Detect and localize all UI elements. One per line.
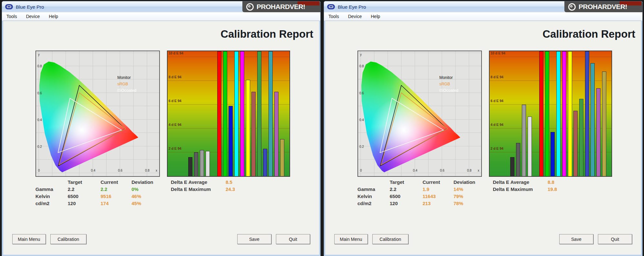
- quit-button[interactable]: Quit: [276, 234, 310, 244]
- delta-e-bar-gray-2: [516, 143, 520, 176]
- delta-e-summary: Delta E Average 8.8 Delta E Maximum 19.8: [493, 179, 570, 193]
- window-left: Blue Eye Pro PROHARDVER! Tools Device He…: [2, 1, 321, 256]
- delta-e-bar-cyan: [556, 51, 561, 176]
- menu-tools[interactable]: Tools: [324, 12, 344, 21]
- table-header-spacer: [357, 179, 390, 186]
- window-title: Blue Eye Pro: [16, 4, 44, 10]
- row-label: cd/m2: [357, 200, 390, 207]
- watermark-text: PROHARDVER!: [579, 3, 627, 11]
- col-header-target: Target: [68, 179, 101, 186]
- delta-e-bar-light-gray: [528, 117, 532, 176]
- current-value: 1.9: [423, 186, 454, 193]
- delta-e-bar-dark-yellow: [602, 71, 606, 176]
- cie-chromaticity-diagram: Monitor sRGB ISOcoated y 0.8 0.6 0.4 0.2…: [357, 51, 482, 177]
- current-value: 11643: [423, 193, 454, 200]
- current-value: 174: [101, 200, 132, 207]
- col-header-target: Target: [390, 179, 423, 186]
- measurement-table: Target Current Deviation Gamma 2.2 1.9 1…: [357, 179, 490, 207]
- save-button[interactable]: Save: [237, 234, 271, 244]
- delta-e-bar-dark-cyan: [590, 63, 595, 176]
- delta-e-bar-dark-green: [257, 51, 261, 176]
- quit-button[interactable]: Quit: [598, 234, 632, 244]
- delta-e-bar-dark-gray: [188, 157, 192, 176]
- delta-e-bar-dark-gray: [510, 157, 514, 176]
- measurement-table: Target Current Deviation Gamma 2.2 2.2 0…: [35, 179, 168, 207]
- target-value: 6500: [390, 193, 423, 200]
- menu-device[interactable]: Device: [344, 12, 366, 21]
- y-tick: 0.4: [359, 118, 364, 122]
- deviation-value: 14%: [454, 186, 490, 193]
- delta-e-bar-cyan: [234, 51, 239, 176]
- y-axis-label: y: [360, 53, 362, 56]
- deviation-value: 0%: [132, 186, 168, 193]
- legend-monitor: Monitor: [439, 75, 453, 80]
- col-header-current: Current: [101, 179, 132, 186]
- delta-e-bar-yellow: [568, 51, 572, 176]
- x-tick: 0.8: [467, 169, 472, 172]
- watermark-text: PROHARDVER!: [257, 3, 305, 11]
- menu-help[interactable]: Help: [44, 12, 63, 21]
- delta-e-bar-dark-magenta: [274, 92, 278, 176]
- chart-ytick-label: 8 d E 94: [491, 75, 503, 79]
- client-area: Calibration Report: [3, 21, 319, 255]
- chart-ytick-label: 10 d E 94: [169, 51, 183, 55]
- delta-e-bar-light-gray: [206, 151, 210, 176]
- calibration-button[interactable]: Calibration: [50, 234, 86, 244]
- delta-e-bar-gray-3: [522, 105, 526, 176]
- save-button[interactable]: Save: [559, 234, 593, 244]
- delta-e-bar-chart: 10 d E 948 d E 946 d E 944 d E 942 d E 9…: [167, 51, 290, 177]
- x-axis-label: x: [156, 169, 157, 172]
- chart-ytick-label: 4 d E 94: [491, 123, 503, 127]
- chart-ytick-label: 4 d E 94: [169, 123, 181, 127]
- delta-e-maximum-value: 24.3: [226, 186, 248, 193]
- chart-ytick-label: 2 d E 94: [491, 147, 503, 150]
- delta-e-bar-magenta: [562, 51, 566, 176]
- deviation-value: 79%: [454, 193, 490, 200]
- spectral-locus-gamut: [36, 51, 159, 176]
- delta-e-bar-red: [539, 51, 543, 176]
- x-tick: 0: [38, 169, 40, 172]
- deviation-value: 46%: [132, 193, 168, 200]
- delta-e-bar-dark-magenta: [596, 88, 600, 176]
- delta-e-bar-green: [223, 51, 227, 176]
- x-tick: 0.4: [91, 169, 95, 172]
- current-value: 9516: [101, 193, 132, 200]
- deviation-value: 45%: [132, 200, 168, 207]
- row-label: cd/m2: [35, 200, 68, 207]
- prohardver-watermark: PROHARDVER!: [564, 1, 642, 12]
- delta-e-bar-blue: [551, 132, 555, 176]
- x-tick: 0.4: [413, 169, 417, 172]
- main-menu-button[interactable]: Main Menu: [12, 234, 46, 244]
- legend-isocoated: ISOcoated: [439, 88, 458, 93]
- delta-e-average-label: Delta E Average: [171, 179, 226, 186]
- legend-srgb: sRGB: [439, 82, 450, 86]
- menu-tools[interactable]: Tools: [2, 12, 22, 21]
- col-header-deviation: Deviation: [132, 179, 168, 186]
- legend-srgb: sRGB: [117, 82, 128, 86]
- app-icon: [327, 4, 335, 9]
- prohardver-logo-icon: [246, 3, 254, 11]
- menu-bar: Tools Device Help: [324, 12, 642, 21]
- delta-e-bar-dark-cyan: [268, 51, 273, 176]
- menu-device[interactable]: Device: [22, 12, 44, 21]
- delta-e-maximum-label: Delta E Maximum: [493, 186, 548, 193]
- prohardver-watermark: PROHARDVER!: [242, 1, 320, 12]
- col-header-current: Current: [423, 179, 454, 186]
- window-title: Blue Eye Pro: [338, 4, 366, 10]
- y-tick: 0.8: [359, 64, 364, 68]
- chart-gridline: [490, 57, 611, 57]
- target-value: 120: [68, 200, 101, 207]
- delta-e-summary: Delta E Average 8.5 Delta E Maximum 24.3: [171, 179, 248, 193]
- delta-e-bar-dark-yellow: [280, 139, 284, 176]
- cie-chromaticity-diagram: Monitor sRGB ISOcoated y 0.8 0.6 0.4 0.2…: [35, 51, 160, 177]
- calibration-button[interactable]: Calibration: [372, 234, 408, 244]
- main-menu-button[interactable]: Main Menu: [334, 234, 368, 244]
- deviation-value: 78%: [454, 200, 490, 207]
- target-value: 6500: [68, 193, 101, 200]
- delta-e-average-value: 8.8: [548, 179, 570, 186]
- menu-help[interactable]: Help: [366, 12, 385, 21]
- page-title: Calibration Report: [220, 28, 313, 40]
- target-value: 120: [390, 200, 423, 207]
- delta-e-bar-dark-red: [251, 92, 256, 176]
- target-value: 2.2: [390, 186, 423, 193]
